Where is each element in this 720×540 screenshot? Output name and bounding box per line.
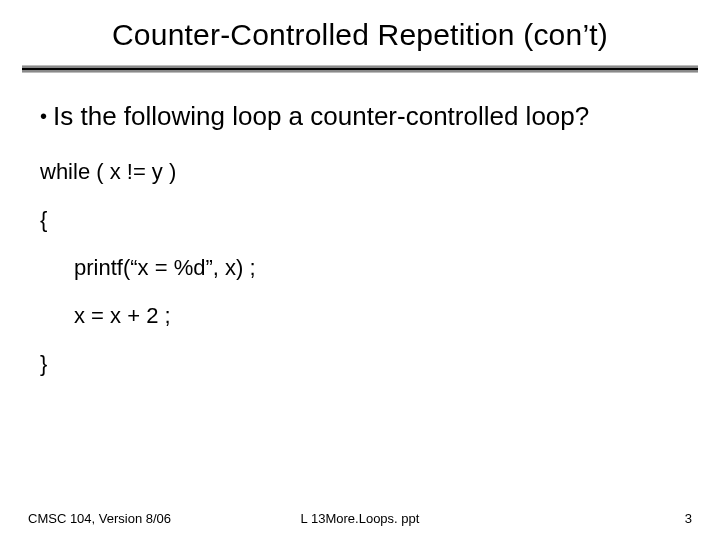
code-block: while ( x != y ) { printf(“x = %d”, x) ;… [40,161,680,375]
lead-paragraph: •Is the following loop a counter-control… [40,100,680,133]
code-line-3: printf(“x = %d”, x) ; [40,257,680,279]
bullet-marker: • [40,105,47,127]
slide-footer: CMSC 104, Version 8/06 L 13More.Loops. p… [0,511,720,526]
code-line-2: { [40,209,680,231]
slide-title: Counter-Controlled Repetition (con’t) [0,18,720,66]
code-line-4: x = x + 2 ; [40,305,680,327]
footer-center: L 13More.Loops. ppt [301,511,420,526]
lead-text: Is the following loop a counter-controll… [53,101,589,131]
code-line-1: while ( x != y ) [40,161,680,183]
slide-body: •Is the following loop a counter-control… [0,72,720,375]
footer-left: CMSC 104, Version 8/06 [28,511,171,526]
footer-page-number: 3 [685,511,692,526]
slide: Counter-Controlled Repetition (con’t) •I… [0,0,720,540]
code-line-5: } [40,353,680,375]
